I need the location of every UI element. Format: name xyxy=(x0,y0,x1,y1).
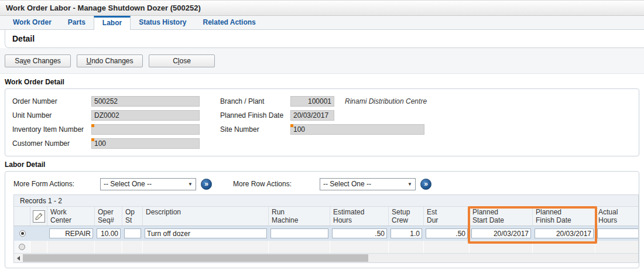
column-header-label: Crew xyxy=(392,216,420,224)
field-row: Order Number 500252 xyxy=(12,94,208,108)
column-header-label: Hours xyxy=(333,216,385,224)
grid-cell-planned-finish-date-empty xyxy=(533,241,595,253)
column-header-actual-hours: ActualHours xyxy=(595,207,639,226)
grid-cell-estimated-hours xyxy=(330,228,389,238)
column-header-run-machine: RunMachine xyxy=(269,207,330,226)
scroll-left-icon xyxy=(17,256,20,261)
actual-hours-input[interactable] xyxy=(597,228,639,238)
go-icon: » xyxy=(424,180,428,187)
grid-cell-work-center-empty xyxy=(47,241,95,253)
labor-detail-heading: Labor Detail xyxy=(5,161,639,169)
row-select-radio[interactable] xyxy=(19,244,25,250)
column-header-setup-crew: SetupCrew xyxy=(389,207,424,226)
field-row: Site Number 100 xyxy=(220,122,427,136)
form-actions-go-button[interactable]: » xyxy=(201,179,212,190)
work-order-detail-heading: Work Order Detail xyxy=(5,78,639,86)
work-center-input[interactable] xyxy=(49,228,93,238)
labor-detail-panel: More Form Actions: -- Select One -- ▼ » … xyxy=(5,171,639,268)
branch-plant-value: 100001 xyxy=(308,97,331,105)
select-all-edit-button[interactable] xyxy=(33,210,45,223)
window-title-bar: Work Order Labor - Manage Shutdown Dozer… xyxy=(0,0,644,16)
radio-dot-icon xyxy=(21,232,24,235)
more-row-actions-selected-value: -- Select One -- xyxy=(323,180,371,188)
column-header-op-st: OpSt xyxy=(122,207,143,226)
button-label-part: e Changes xyxy=(27,57,61,65)
horizontal-scrollbar[interactable] xyxy=(14,254,638,262)
tab-work-order[interactable]: Work Order xyxy=(5,16,60,29)
column-header-label: Estimated xyxy=(333,208,385,216)
setup-crew-input[interactable] xyxy=(390,228,422,238)
column-header-work-center: WorkCenter xyxy=(47,207,95,226)
column-header-label: Oper xyxy=(98,208,119,216)
column-header-label: Dur xyxy=(427,216,466,224)
undo-changes-button[interactable]: Undo Changes xyxy=(77,54,143,67)
column-header-planned-finish-date: PlannedFinish Date xyxy=(533,207,595,226)
branch-plant-description: Rinami Distribution Centre xyxy=(345,97,427,105)
column-header-description: Description xyxy=(143,207,269,226)
close-button[interactable]: Close xyxy=(149,54,215,67)
unit-number-value: DZ0002 xyxy=(94,111,119,119)
inventory-item-number-field xyxy=(91,124,200,135)
work-order-detail-left-column: Order Number 500252 Unit Number DZ0002 I… xyxy=(12,94,208,151)
inventory-item-number-label: Inventory Item Number xyxy=(12,125,91,134)
estimated-hours-input[interactable] xyxy=(332,228,387,238)
op-st-input[interactable] xyxy=(124,228,141,238)
go-icon: » xyxy=(204,180,208,187)
detail-heading: Detail xyxy=(12,34,35,43)
work-order-detail-right-column: Branch / Plant 100001 Rinami Distributio… xyxy=(220,94,427,151)
description-input[interactable] xyxy=(145,228,267,238)
grid-actions-row: More Form Actions: -- Select One -- ▼ » … xyxy=(13,177,638,191)
grid-cell-oper-seq xyxy=(95,228,122,238)
tab-labor[interactable]: Labor xyxy=(94,16,131,30)
customer-number-field: 100 xyxy=(91,138,200,149)
column-header-label: Description xyxy=(146,208,265,216)
grid-cell-planned-finish-date xyxy=(533,228,595,238)
table-row xyxy=(14,226,639,241)
site-number-label: Site Number xyxy=(220,125,290,134)
column-header-label: Op xyxy=(125,208,139,216)
column-header-label: Setup xyxy=(392,208,420,216)
tab-strip: Work Order Parts Labor Status History Re… xyxy=(0,16,644,30)
more-row-actions-label: More Row Actions: xyxy=(233,180,320,188)
grid-cell-setup-crew xyxy=(389,228,424,238)
column-header-label: Seq# xyxy=(98,216,119,224)
oper-seq-input[interactable] xyxy=(97,228,121,238)
column-header-label: Machine xyxy=(272,216,327,224)
save-changes-button[interactable]: Save Changes xyxy=(5,54,71,67)
run-machine-input[interactable] xyxy=(270,228,328,238)
grid-cell-estimated-hours-empty xyxy=(330,241,389,253)
grid-cell-est-dur xyxy=(424,228,470,238)
column-header-label: Actual xyxy=(598,208,639,216)
planned-finish-date-input[interactable] xyxy=(535,228,594,238)
planned-start-date-input[interactable] xyxy=(471,228,531,238)
tab-related-actions[interactable]: Related Actions xyxy=(195,16,264,29)
column-header-edit-pencil[interactable] xyxy=(30,207,47,226)
tab-status-history[interactable]: Status History xyxy=(131,16,194,29)
tab-parts[interactable]: Parts xyxy=(60,16,94,29)
dropdown-caret-icon: ▼ xyxy=(188,182,193,187)
column-header-label: Finish Date xyxy=(536,216,592,224)
detail-header-band: Detail xyxy=(5,30,644,48)
site-number-field: 100 xyxy=(290,124,424,135)
branch-plant-field: 100001 xyxy=(290,96,334,107)
unit-number-field: DZ0002 xyxy=(91,110,200,121)
more-form-actions-selected-value: -- Select One -- xyxy=(104,180,152,188)
more-form-actions-select[interactable]: -- Select One -- ▼ xyxy=(100,178,196,190)
column-header-label: Work xyxy=(50,208,91,216)
column-header-label: Planned xyxy=(536,208,592,216)
scroll-left-button[interactable] xyxy=(14,254,23,262)
button-label-part: C xyxy=(173,57,178,65)
order-number-field: 500252 xyxy=(91,96,200,107)
scrollbar-thumb[interactable] xyxy=(23,254,368,262)
more-row-actions-select[interactable]: -- Select One -- ▼ xyxy=(320,178,416,190)
est-dur-input[interactable] xyxy=(426,228,468,238)
row-actions-go-button[interactable]: » xyxy=(420,179,431,190)
column-header-label: Center xyxy=(50,216,91,224)
dropdown-caret-icon: ▼ xyxy=(407,182,412,187)
main-content: Work Order Detail Order Number 500252 Un… xyxy=(0,78,644,268)
grid-cell-actual-hours-empty xyxy=(595,241,639,253)
column-header-label: Hours xyxy=(598,216,639,224)
records-count: Records 1 - 2 xyxy=(14,195,638,207)
row-select-radio[interactable] xyxy=(19,230,26,237)
grid-cell-row-select-empty[interactable] xyxy=(14,241,30,253)
